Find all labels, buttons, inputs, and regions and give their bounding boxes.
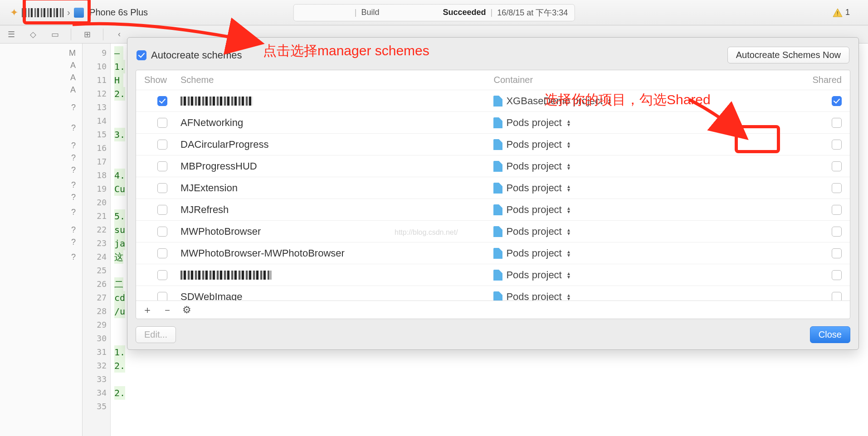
table-row[interactable]: DACircularProgressPods project▴▾ (136, 134, 850, 155)
table-header: Show Scheme Container Shared (136, 70, 850, 90)
container-name: Pods project (506, 139, 561, 150)
shared-checkbox[interactable] (832, 140, 842, 150)
scheme-name: MJRefresh (180, 204, 229, 216)
container-name: Pods project (506, 160, 561, 172)
warnings-count: 1 (845, 8, 850, 17)
svg-text:!: ! (837, 10, 838, 17)
show-checkbox[interactable] (157, 118, 167, 128)
close-button[interactable]: Close (810, 326, 850, 343)
table-row[interactable]: Pods project▴▾ (136, 264, 850, 286)
container-stepper[interactable]: ▴▾ (608, 97, 611, 105)
container-stepper[interactable]: ▴▾ (567, 250, 570, 257)
table-footer: ＋ － ⚙ (136, 300, 850, 319)
project-icon (493, 139, 502, 150)
back-icon[interactable]: ‹ (113, 29, 125, 39)
container-name: Pods project (506, 204, 561, 216)
show-checkbox[interactable] (157, 227, 167, 237)
show-checkbox[interactable] (157, 292, 167, 301)
container-stepper[interactable]: ▴▾ (567, 271, 570, 279)
scheme-name: MBProgressHUD (180, 160, 257, 172)
scheme-name-pixelated (180, 97, 253, 106)
show-checkbox[interactable] (157, 140, 167, 150)
add-scheme-button[interactable]: ＋ (142, 303, 152, 317)
container-stepper[interactable]: ▴▾ (567, 119, 570, 126)
shared-checkbox[interactable] (832, 270, 842, 280)
container-name: XGBaseDemo project (506, 95, 603, 107)
scheme-selector[interactable]: ✦ › iPhone 6s Plus (5, 5, 152, 20)
project-icon (493, 117, 502, 128)
table-row[interactable]: XGBaseDemo project▴▾ (136, 90, 850, 112)
scheme-name-pixelated (180, 271, 271, 280)
scheme-name-pixelated (22, 8, 63, 17)
build-date: 16/8/15 at 下午3:34 (497, 7, 568, 18)
header-scheme: Scheme (180, 75, 493, 85)
scheme-settings-button[interactable]: ⚙ (182, 304, 191, 316)
build-result: Succeeded (443, 8, 486, 17)
container-name: Pods project (506, 182, 561, 194)
shared-checkbox[interactable] (832, 292, 842, 301)
line-gutter: 9101112131415161718192021222324252627282… (83, 44, 111, 436)
shared-checkbox[interactable] (832, 118, 842, 128)
header-show: Show (144, 75, 180, 85)
warnings-indicator[interactable]: ! 1 (833, 8, 850, 17)
tag-icon[interactable]: ◇ (27, 29, 39, 39)
project-icon (493, 204, 502, 215)
table-row[interactable]: MJRefreshPods project▴▾ (136, 199, 850, 221)
project-name-pixelated (300, 9, 350, 17)
scheme-name: MWPhotoBrowser-MWPhotoBrowser (180, 247, 345, 259)
shared-checkbox[interactable] (832, 183, 842, 193)
scheme-name: MJExtension (180, 182, 238, 194)
show-checkbox[interactable] (157, 270, 167, 280)
table-row[interactable]: MWPhotoBrowserPods project▴▾ (136, 221, 850, 242)
project-icon (493, 183, 502, 194)
project-icon (493, 96, 502, 107)
show-checkbox[interactable] (157, 183, 167, 193)
project-icon (493, 270, 502, 281)
shared-checkbox[interactable] (832, 96, 842, 106)
comment-icon[interactable]: ▭ (49, 29, 61, 39)
table-row[interactable]: AFNetworkingPods project▴▾ (136, 112, 850, 134)
container-name: Pods project (506, 117, 561, 129)
grid-icon[interactable]: ⊞ (81, 29, 93, 39)
scheme-name: DACircularProgress (180, 139, 268, 150)
header-shared: Shared (792, 75, 842, 85)
table-row[interactable]: SDWebImagePods project▴▾ (136, 286, 850, 300)
header-container: Container (493, 75, 792, 85)
shared-checkbox[interactable] (832, 227, 842, 237)
container-stepper[interactable]: ▴▾ (567, 141, 570, 148)
shared-checkbox[interactable] (832, 161, 842, 171)
project-icon (493, 291, 502, 301)
table-row[interactable]: MWPhotoBrowser-MWPhotoBrowserPods projec… (136, 242, 850, 264)
remove-scheme-button[interactable]: － (162, 303, 172, 317)
edit-button[interactable]: Edit... (136, 326, 176, 343)
autocreate-label: Autocreate schemes (151, 49, 242, 61)
schemes-table: Show Scheme Container Shared XGBaseDemo … (136, 70, 850, 319)
show-checkbox[interactable] (157, 205, 167, 215)
table-row[interactable]: MJExtensionPods project▴▾ (136, 177, 850, 199)
show-checkbox[interactable] (157, 96, 167, 106)
related-items-icon[interactable]: ☰ (5, 29, 17, 39)
container-stepper[interactable]: ▴▾ (567, 293, 570, 300)
container-stepper[interactable]: ▴▾ (567, 184, 570, 192)
container-name: Pods project (506, 269, 561, 281)
xcode-toolbar: ✦ › iPhone 6s Plus | Build Succeeded | 1… (0, 0, 868, 25)
show-checkbox[interactable] (157, 161, 167, 171)
show-checkbox[interactable] (157, 248, 167, 258)
autocreate-now-button[interactable]: Autocreate Schemes Now (727, 47, 849, 63)
scheme-name: AFNetworking (180, 117, 243, 129)
device-label: iPhone 6s Plus (88, 7, 148, 18)
source-control-col: MAAA??????????? (0, 44, 83, 436)
container-name: Pods project (506, 226, 561, 237)
shared-checkbox[interactable] (832, 248, 842, 258)
project-icon (493, 248, 502, 259)
manage-schemes-sheet: Autocreate schemes Autocreate Schemes No… (127, 37, 859, 350)
shared-checkbox[interactable] (832, 205, 842, 215)
device-icon (74, 8, 84, 18)
container-stepper[interactable]: ▴▾ (567, 228, 570, 235)
container-stepper[interactable]: ▴▾ (567, 163, 570, 170)
autocreate-checkbox[interactable] (137, 50, 146, 60)
table-row[interactable]: MBProgressHUDPods project▴▾ (136, 155, 850, 177)
container-stepper[interactable]: ▴▾ (567, 206, 570, 213)
build-label: Build (361, 8, 379, 17)
container-name: Pods project (506, 291, 561, 301)
